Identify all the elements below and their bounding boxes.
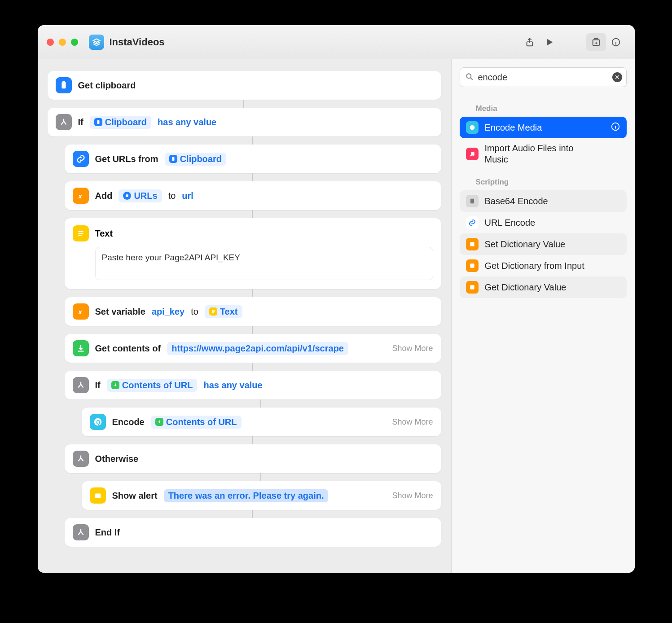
action-get-urls[interactable]: Get URLs from Clipboard — [65, 145, 441, 173]
action-if-contents[interactable]: If Contents of URL has any value — [65, 371, 441, 399]
token-urls[interactable]: URLs — [119, 189, 162, 202]
action-set-variable[interactable]: x Set variable api_key to Text — [65, 297, 441, 326]
variable-name[interactable]: api_key — [152, 307, 184, 317]
token-clipboard[interactable]: Clipboard — [90, 116, 151, 129]
action-label: Get contents of — [95, 343, 161, 354]
show-more-button[interactable]: Show More — [392, 344, 433, 353]
workflow-canvas[interactable]: Get clipboard If Clipboard has any value — [38, 59, 452, 573]
token-contents-of-url[interactable]: Contents of URL — [151, 416, 242, 429]
action-label: End If — [95, 527, 120, 538]
url-token[interactable]: https://www.page2api.com/api/v1/scrape — [167, 342, 348, 355]
svg-rect-20 — [470, 263, 474, 268]
branch-icon — [73, 451, 89, 467]
action-get-contents[interactable]: Get contents of https://www.page2api.com… — [65, 334, 441, 363]
action-show-alert[interactable]: Show alert There was an error. Please tr… — [82, 481, 441, 510]
svg-text:Q: Q — [96, 419, 100, 426]
result-get-dict-input[interactable]: Get Dictionary from Input — [460, 255, 627, 276]
section-media: Media — [476, 104, 627, 113]
action-end-if[interactable]: End If — [65, 518, 441, 547]
encode-icon: Q — [90, 414, 106, 430]
action-otherwise[interactable]: Otherwise — [65, 444, 441, 473]
app-icon — [89, 35, 104, 50]
app-window: InstaVideos Get clipboard — [38, 25, 635, 573]
svg-point-17 — [473, 154, 474, 156]
svg-point-16 — [470, 155, 471, 157]
clear-search-button[interactable]: ✕ — [612, 72, 622, 82]
alert-icon — [90, 487, 106, 504]
action-label: Encode — [112, 417, 145, 427]
result-encode-media[interactable]: Encode Media — [460, 117, 627, 138]
variable-name[interactable]: url — [182, 191, 193, 201]
show-more-button[interactable]: Show More — [392, 417, 433, 427]
svg-point-13 — [466, 74, 471, 78]
condition[interactable]: has any value — [158, 117, 216, 127]
token-clipboard[interactable]: Clipboard — [165, 153, 226, 166]
search-wrap: ✕ — [460, 67, 627, 87]
if-keyword: If — [78, 117, 83, 127]
share-button[interactable] — [520, 33, 540, 51]
section-scripting: Scripting — [476, 178, 627, 187]
svg-rect-5 — [97, 120, 99, 124]
result-base64-encode[interactable]: Base64 Encode — [460, 190, 627, 212]
search-input[interactable] — [460, 67, 627, 87]
token-contents-of-url[interactable]: Contents of URL — [107, 379, 198, 392]
minimize-button[interactable] — [59, 39, 66, 46]
search-icon — [465, 72, 474, 83]
dictionary-icon — [466, 281, 479, 294]
svg-rect-18 — [470, 199, 474, 204]
action-encode[interactable]: Q Encode Contents of URL Show More — [82, 408, 441, 436]
token-text[interactable]: Text — [205, 305, 242, 318]
media-icon — [466, 121, 479, 134]
show-more-button[interactable]: Show More — [392, 491, 433, 500]
download-icon — [73, 340, 89, 356]
info-button[interactable] — [606, 33, 626, 51]
clipboard-icon — [56, 77, 72, 93]
variable-icon: x — [73, 303, 89, 320]
action-label: Add — [95, 191, 113, 201]
result-url-encode[interactable]: URL Encode — [460, 212, 627, 233]
action-add-variable[interactable]: x Add URLs to url — [65, 181, 441, 210]
action-label: Get URLs from — [95, 154, 158, 164]
link-icon — [73, 151, 89, 167]
close-button[interactable] — [47, 39, 54, 46]
svg-point-8 — [126, 194, 128, 197]
variable-icon: x — [73, 188, 89, 204]
action-label: Show alert — [112, 491, 158, 501]
result-import-audio[interactable]: Import Audio Files into Music — [460, 138, 627, 170]
action-label: Otherwise — [95, 454, 139, 464]
music-icon — [466, 148, 479, 160]
link-icon — [466, 216, 479, 229]
svg-rect-4 — [62, 81, 65, 83]
action-label: Text — [95, 228, 113, 239]
run-button[interactable] — [540, 33, 559, 51]
zoom-button[interactable] — [71, 39, 78, 46]
dictionary-icon — [466, 238, 479, 250]
result-set-dict-value[interactable]: Set Dictionary Value — [460, 233, 627, 255]
action-text[interactable]: Text Paste here your Page2API API_KEY — [65, 218, 441, 289]
app-title: InstaVideos — [110, 36, 165, 48]
branch-icon — [56, 114, 72, 130]
svg-rect-6 — [172, 157, 174, 161]
branch-icon — [73, 524, 89, 540]
svg-point-14 — [470, 125, 474, 130]
condition[interactable]: has any value — [203, 380, 262, 390]
svg-text:x: x — [78, 308, 82, 316]
if-keyword: If — [95, 380, 101, 390]
action-label: Set variable — [95, 307, 145, 317]
alert-message[interactable]: There was an error. Please try again. — [164, 489, 329, 502]
svg-rect-3 — [61, 82, 66, 89]
svg-text:x: x — [78, 193, 82, 200]
file-icon — [466, 195, 479, 207]
action-get-clipboard[interactable]: Get clipboard — [48, 71, 441, 100]
titlebar: InstaVideos — [38, 25, 635, 59]
result-get-dict-value[interactable]: Get Dictionary Value — [460, 276, 627, 298]
library-button[interactable] — [586, 33, 606, 51]
action-library: ✕ Media Encode Media Import Audio Files … — [452, 59, 635, 573]
svg-rect-12 — [95, 493, 101, 498]
action-label: Get clipboard — [78, 80, 136, 91]
text-icon — [73, 225, 89, 241]
branch-icon — [73, 377, 89, 393]
action-if-clipboard[interactable]: If Clipboard has any value — [48, 108, 441, 136]
info-icon[interactable] — [611, 122, 620, 134]
text-input[interactable]: Paste here your Page2API API_KEY — [95, 247, 433, 280]
